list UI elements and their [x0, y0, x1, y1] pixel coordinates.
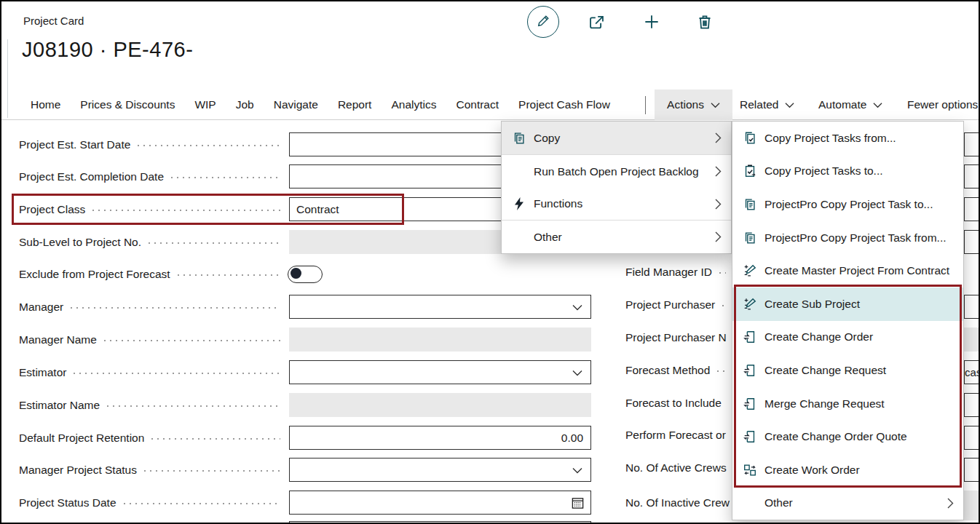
calendar-icon[interactable]: [571, 496, 585, 513]
chevron-down-icon: [785, 102, 794, 108]
right-column-field-fragment[interactable]: [964, 393, 980, 417]
right-column-field-fragment[interactable]: [964, 197, 980, 221]
field-label: Project Class: [19, 203, 85, 216]
form-row: Default Project Retention 0.00: [19, 426, 591, 450]
project-status-date-field[interactable]: [289, 491, 591, 515]
tab-home[interactable]: Home: [31, 98, 60, 111]
form-row: Estimator Name: [19, 393, 591, 417]
right-column-field-fragment[interactable]: [964, 426, 980, 450]
lightning-icon: [511, 196, 527, 212]
doc-swap-icon: [742, 329, 758, 345]
right-column-field-fragment[interactable]: [964, 230, 980, 254]
submenu-item-projectpro-copy-project-task-from[interactable]: ProjectPro Copy Project Task from...: [732, 221, 963, 255]
related-menu-label: Related: [740, 98, 778, 111]
fewer-options-button[interactable]: Fewer options: [907, 90, 978, 120]
submenu-item-merge-change-request[interactable]: Merge Change Request: [732, 387, 963, 421]
tab-project-cash-flow[interactable]: Project Cash Flow: [518, 98, 610, 111]
submenu-item-create-change-order-quote[interactable]: Create Change Order Quote: [732, 420, 963, 453]
menu-item-label: Create Change Order Quote: [764, 430, 907, 443]
default-project-retention-value: 0.00: [561, 432, 590, 445]
submenu-item-create-master-project-from-contract[interactable]: Create Master Project From Contract: [732, 254, 963, 287]
exclude-from-project-forecast-toggle[interactable]: [288, 266, 323, 283]
menu-item-run-batch-open-project-backlog[interactable]: Run Batch Open Project Backlog: [502, 155, 731, 188]
manager-combobox[interactable]: [289, 295, 591, 319]
chevron-right-icon: [715, 231, 722, 242]
field-label: Project Status Date: [19, 496, 116, 509]
create-sparkle-icon: [742, 296, 758, 312]
field-label: Project Est. Start Date: [19, 138, 130, 151]
submenu-item-projectpro-copy-project-task-to[interactable]: ProjectPro Copy Project Task to...: [732, 188, 963, 221]
action-bar-tabs: Home Prices & Discounts WIP Job Navigate…: [31, 90, 610, 120]
tab-navigate[interactable]: Navigate: [274, 98, 318, 111]
submenu-item-create-work-order[interactable]: Create Work Order: [732, 453, 963, 487]
form-row: Manager Name: [19, 328, 591, 352]
right-column-field-fragment[interactable]: [964, 132, 980, 156]
submenu-item-copy-project-tasks-from[interactable]: Copy Project Tasks from...: [732, 122, 963, 155]
copy-icon: [742, 196, 758, 213]
right-column-field-fragment[interactable]: [964, 295, 980, 319]
field-label: Estimator Name: [19, 399, 100, 412]
menu-item-label: Other: [534, 231, 562, 244]
submenu-item-copy-project-tasks-to[interactable]: Copy Project Tasks to...: [732, 155, 963, 188]
dotted-leader: [71, 307, 280, 309]
tab-report[interactable]: Report: [338, 98, 372, 111]
plus-icon: [642, 12, 661, 34]
delete-button[interactable]: [695, 12, 714, 34]
menu-item-copy[interactable]: Copy: [502, 122, 731, 155]
menu-item-label: Copy: [534, 132, 560, 145]
related-menu-button[interactable]: Related: [740, 90, 794, 120]
form-row: Perform Forecast or: [625, 423, 735, 447]
partial-field-fragment: [289, 521, 591, 524]
menu-item-label: Create Master Project From Contract: [764, 264, 949, 277]
project-card-window: Project Card J08190 ·: [0, 0, 980, 524]
chevron-down-icon: [572, 467, 582, 474]
tab-prices-discounts[interactable]: Prices & Discounts: [80, 98, 175, 111]
trash-icon: [695, 12, 714, 34]
automate-menu-button[interactable]: Automate: [818, 90, 882, 120]
actions-menu-button[interactable]: Actions: [655, 90, 732, 120]
form-row: Manager: [19, 295, 591, 319]
dotted-leader: [171, 177, 280, 178]
field-label: Project Purchaser: [625, 298, 715, 311]
doc-swap-icon: [742, 396, 758, 412]
right-column-field-fragment: [964, 328, 980, 352]
tab-wip[interactable]: WIP: [194, 98, 216, 111]
menubar-divider: [645, 96, 646, 114]
form-row: Project Purchaser N: [625, 325, 735, 349]
menu-icon-spacer: [742, 495, 758, 511]
menu-item-other[interactable]: Other: [502, 221, 731, 253]
right-column-field-fragment[interactable]: [964, 458, 980, 482]
dotted-leader: [138, 145, 280, 146]
edit-button[interactable]: [527, 6, 559, 38]
field-label: Exclude from Project Forecast: [19, 268, 170, 281]
chevron-right-icon: [715, 166, 722, 177]
manager-project-status-combobox[interactable]: [289, 458, 591, 482]
menu-item-label: Create Work Order: [764, 464, 860, 477]
submenu-item-create-change-request[interactable]: Create Change Request: [732, 354, 963, 387]
menu-item-functions[interactable]: Functions: [502, 188, 731, 221]
pencil-icon: [536, 13, 551, 31]
right-column-field-fragment[interactable]: cas: [964, 360, 980, 384]
submenu-item-create-change-order[interactable]: Create Change Order: [732, 321, 963, 354]
form-row: Exclude from Project Forecast: [19, 262, 323, 286]
manager-name-field: [289, 328, 591, 352]
actions-dropdown-menu: Copy Run Batch Open Project Backlog Func…: [501, 121, 732, 254]
share-button[interactable]: [587, 12, 606, 35]
copy-icon: [742, 230, 758, 246]
tab-job[interactable]: Job: [236, 98, 254, 111]
form-row: Project Purchaser: [625, 293, 735, 317]
new-button[interactable]: [642, 12, 661, 34]
automate-menu-label: Automate: [818, 98, 866, 111]
copy-check-icon: [742, 130, 758, 146]
dotted-leader: [92, 210, 280, 211]
actions-menu-label: Actions: [667, 98, 704, 111]
default-project-retention-field[interactable]: 0.00: [289, 426, 591, 450]
submenu-item-create-sub-project[interactable]: Create Sub Project: [732, 287, 963, 321]
right-column-field-fragment[interactable]: [964, 164, 980, 188]
tab-analytics[interactable]: Analytics: [391, 98, 436, 111]
field-label: Forecast to Include: [625, 397, 722, 410]
tab-contract[interactable]: Contract: [456, 98, 499, 111]
menu-item-label: Create Change Request: [764, 364, 886, 377]
estimator-combobox[interactable]: [289, 360, 591, 384]
submenu-item-other[interactable]: Other: [732, 487, 963, 520]
